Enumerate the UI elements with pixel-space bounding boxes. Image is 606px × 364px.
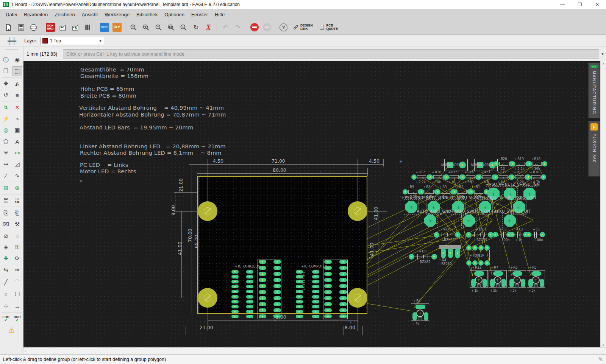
through-hole-pad[interactable]: [231, 280, 239, 283]
diode-pad[interactable]: [466, 232, 472, 238]
diode-pad[interactable]: [409, 254, 414, 260]
resistor-outline[interactable]: [482, 175, 491, 179]
through-hole-pad[interactable]: [312, 290, 319, 293]
layer-select[interactable]: 1 Top ▼: [41, 37, 104, 45]
through-hole-pad[interactable]: [312, 285, 319, 288]
through-hole-pad[interactable]: [231, 295, 239, 299]
mounting-hole-pad[interactable]: [348, 288, 367, 308]
open-button[interactable]: [2, 21, 15, 33]
through-hole-pad[interactable]: [231, 315, 239, 318]
design-link-button[interactable]: DESIGN LINK: [290, 24, 316, 31]
diode-body[interactable]: [474, 232, 485, 237]
through-hole-pad[interactable]: [246, 290, 253, 293]
diode-pad[interactable]: [455, 232, 461, 238]
capacitor-pad[interactable]: [526, 232, 531, 237]
resistor-pad[interactable]: [428, 174, 433, 180]
ic-pin-pad[interactable]: [339, 278, 347, 282]
resistor-outline[interactable]: [516, 162, 525, 166]
mirror-icon[interactable]: ◭: [12, 79, 22, 89]
through-hole-pad[interactable]: [296, 300, 303, 303]
horizontal-scrollbar[interactable]: ‹: [23, 347, 606, 354]
scroll-down-icon[interactable]: ∨: [602, 343, 605, 347]
ic-pin-pad[interactable]: [259, 260, 266, 264]
zoom-fit-button[interactable]: [165, 21, 177, 33]
ic-pin-pad[interactable]: [273, 296, 281, 300]
ic-pin-pad[interactable]: [273, 284, 281, 288]
ic-pin-pad[interactable]: [339, 260, 347, 264]
zoom-in-button[interactable]: [140, 21, 152, 33]
ic-pin-pad[interactable]: [273, 302, 281, 306]
diode-body[interactable]: [442, 232, 452, 237]
through-hole-pad[interactable]: [296, 315, 303, 318]
opamp-pad[interactable]: [484, 260, 490, 266]
meld-icon[interactable]: ⇹: [12, 265, 22, 275]
resistor-pad[interactable]: [510, 161, 515, 166]
pcb-quote-button[interactable]: PCB QUOTE: [316, 24, 341, 31]
ic-pin-pad[interactable]: [324, 278, 332, 282]
ic-pin-pad[interactable]: [259, 314, 266, 318]
ic-pin-pad[interactable]: [339, 308, 347, 312]
polygon-icon[interactable]: ⬠: [1, 137, 11, 146]
menu-optionen[interactable]: Optionen: [161, 10, 188, 19]
ic-pin-pad[interactable]: [259, 284, 266, 288]
ratsnest-icon[interactable]: ✳: [1, 148, 11, 158]
delete-icon[interactable]: ⌧: [1, 219, 11, 229]
resistor-pad[interactable]: [494, 161, 499, 166]
capacitor-pad[interactable]: [509, 232, 515, 237]
through-hole-pad[interactable]: [246, 270, 253, 274]
resistor-outline[interactable]: [417, 175, 426, 179]
cancel-x-button[interactable]: X: [202, 21, 215, 33]
mounting-hole-pad[interactable]: [348, 201, 367, 221]
redraw-button[interactable]: ↻: [190, 21, 202, 33]
resistor-outline[interactable]: [466, 175, 475, 179]
transistor-pad[interactable]: [441, 248, 446, 258]
help-button[interactable]: ?: [277, 21, 290, 33]
info-icon[interactable]: ⓘ: [1, 55, 11, 65]
close-button[interactable]: ✕: [589, 0, 606, 9]
menu-hilfe[interactable]: Hilfe: [211, 10, 228, 19]
through-hole-pad[interactable]: [296, 310, 303, 313]
through-hole-pad[interactable]: [231, 310, 239, 313]
paint-icon[interactable]: ⧄: [1, 231, 11, 241]
change-icon[interactable]: ⚒: [12, 219, 22, 229]
minimize-button[interactable]: —: [554, 0, 571, 9]
undo-button[interactable]: ↶: [219, 21, 231, 33]
paste-icon[interactable]: ⎗: [12, 208, 22, 218]
resistor-pad[interactable]: [444, 174, 449, 180]
through-hole-pad[interactable]: [312, 280, 319, 283]
resistor-outline[interactable]: [499, 162, 508, 166]
ic-pin-pad[interactable]: [324, 284, 332, 288]
ic-pin-pad[interactable]: [273, 278, 281, 282]
lock-icon[interactable]: ⚿: [12, 242, 22, 252]
add-module-icon[interactable]: ⊕: [12, 183, 22, 193]
through-hole-pad[interactable]: [246, 315, 253, 318]
ic-pin-pad[interactable]: [324, 260, 332, 264]
dimension-icon[interactable]: ⊹: [1, 301, 11, 311]
rotate-icon[interactable]: ↺: [1, 90, 11, 100]
through-hole-pad[interactable]: [246, 310, 253, 313]
route-walkaround-icon[interactable]: ⚡: [1, 114, 11, 124]
opamp-pad[interactable]: [478, 260, 484, 266]
transistor-pad[interactable]: [448, 248, 453, 258]
menu-fenster[interactable]: Fenster: [188, 10, 211, 19]
opamp-pad[interactable]: [478, 245, 484, 250]
slice-icon[interactable]: ∕: [1, 171, 11, 180]
through-hole-pad[interactable]: [246, 305, 253, 308]
through-hole-pad[interactable]: [312, 305, 319, 308]
ic-pin-pad[interactable]: [259, 290, 266, 294]
menu-datei[interactable]: Datei: [2, 10, 20, 19]
replace-icon[interactable]: ⟳: [12, 254, 22, 263]
wire-icon[interactable]: ⊶: [12, 148, 22, 158]
through-hole-pad[interactable]: [246, 295, 253, 299]
smash-icon[interactable]: ◿: [12, 159, 22, 169]
menu-bibliothek[interactable]: Bibliothek: [133, 10, 161, 19]
zoom-select-button[interactable]: [177, 21, 190, 33]
label-icon[interactable]: ◈: [1, 242, 11, 252]
resistor-pad[interactable]: [469, 189, 474, 194]
pinswap-icon[interactable]: ⇆: [1, 265, 11, 275]
resistor-outline[interactable]: [408, 190, 417, 194]
via-icon[interactable]: ◎: [1, 125, 11, 135]
text-icon[interactable]: A: [12, 137, 22, 146]
ic-pin-pad[interactable]: [259, 278, 266, 282]
rect-icon[interactable]: ▢: [12, 289, 22, 299]
